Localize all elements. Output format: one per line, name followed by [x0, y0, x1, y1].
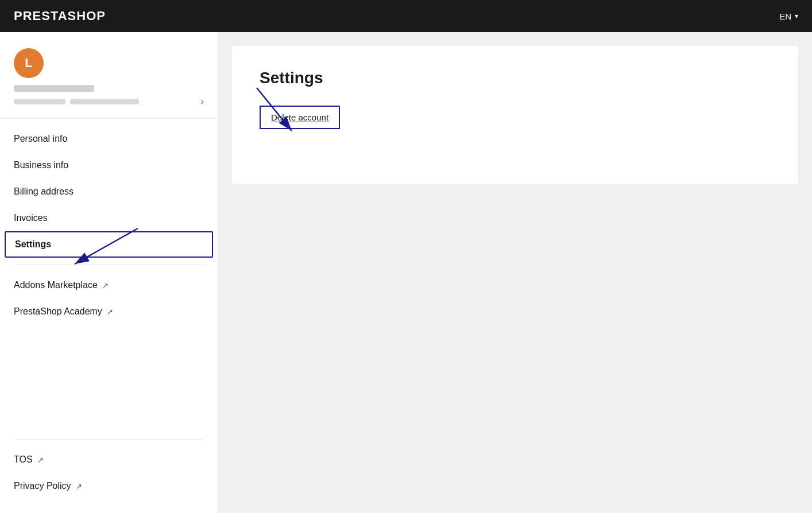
content-area: Settings Delete account — [218, 32, 812, 513]
sidebar-nav: Personal info Business info Billing addr… — [0, 119, 218, 425]
nav-divider — [14, 265, 204, 265]
chevron-down-icon: ▾ — [795, 12, 798, 20]
external-link-icon-addons: ↗ — [102, 281, 109, 290]
footer-divider — [14, 439, 204, 440]
top-navigation: PRESTASHOP EN ▾ — [0, 0, 812, 32]
sidebar-item-settings[interactable]: Settings — [5, 231, 213, 258]
profile-name-placeholder — [14, 85, 94, 92]
language-label: EN — [779, 11, 791, 21]
sidebar-item-business-info[interactable]: Business info — [0, 152, 218, 178]
delete-account-button[interactable]: Delete account — [260, 106, 340, 129]
main-layout: L › Personal info Business info Billing … — [0, 32, 812, 513]
sidebar-label-prestashop-academy: PrestaShop Academy — [14, 306, 102, 317]
sidebar-label-invoices: Invoices — [14, 213, 48, 223]
profile-section: L › — [0, 32, 218, 119]
sidebar-label-personal-info: Personal info — [14, 134, 67, 144]
sidebar-label-tos: TOS — [14, 454, 33, 465]
sidebar-item-tos[interactable]: TOS ↗ — [0, 446, 218, 473]
external-link-icon-tos: ↗ — [37, 456, 44, 464]
profile-sub-bar-2 — [70, 99, 139, 104]
sidebar-item-invoices[interactable]: Invoices — [0, 205, 218, 231]
external-link-icon-privacy: ↗ — [76, 482, 82, 491]
settings-card: Settings Delete account — [232, 46, 798, 184]
sidebar-label-addons-marketplace: Addons Marketplace — [14, 280, 98, 290]
avatar: L — [14, 48, 44, 78]
settings-title: Settings — [260, 69, 771, 87]
sidebar-item-personal-info[interactable]: Personal info — [0, 126, 218, 152]
language-selector[interactable]: EN ▾ — [779, 11, 798, 21]
sidebar-label-business-info: Business info — [14, 160, 68, 170]
sidebar-item-privacy-policy[interactable]: Privacy Policy ↗ — [0, 473, 218, 499]
profile-sub-row: › — [14, 96, 204, 107]
external-link-icon-academy: ↗ — [107, 308, 113, 316]
sidebar-label-settings: Settings — [15, 239, 51, 250]
sidebar-footer: TOS ↗ Privacy Policy ↗ — [0, 425, 218, 513]
sidebar-item-prestashop-academy[interactable]: PrestaShop Academy ↗ — [0, 298, 218, 325]
profile-chevron-icon[interactable]: › — [201, 96, 204, 107]
sidebar-item-billing-address[interactable]: Billing address — [0, 178, 218, 205]
profile-sub-bar-1 — [14, 99, 65, 104]
sidebar-item-addons-marketplace[interactable]: Addons Marketplace ↗ — [0, 272, 218, 298]
sidebar-label-privacy-policy: Privacy Policy — [14, 481, 71, 491]
app-logo: PRESTASHOP — [14, 9, 106, 24]
sidebar-label-billing-address: Billing address — [14, 186, 74, 197]
sidebar: L › Personal info Business info Billing … — [0, 32, 218, 513]
